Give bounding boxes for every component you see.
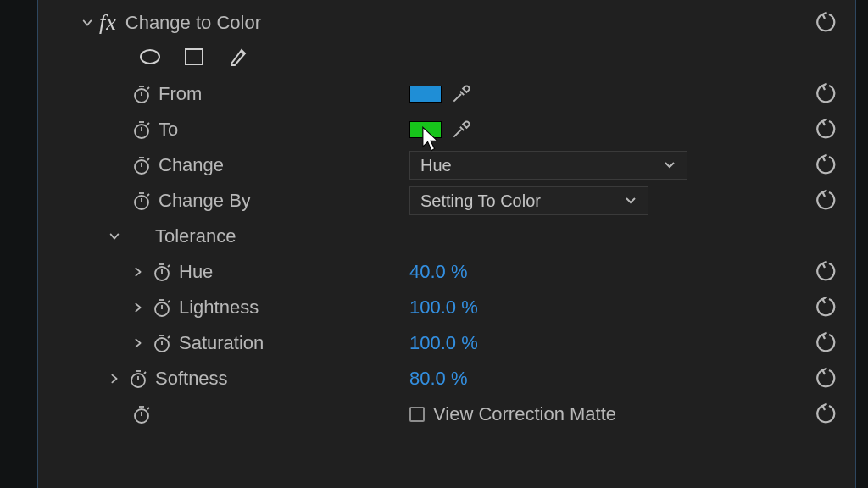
to-label: To [159,119,178,141]
saturation-value[interactable]: 100.0 % [409,332,478,354]
chevron-right-icon[interactable] [103,373,126,385]
rect-mask-icon[interactable] [182,45,206,72]
from-label: From [159,83,202,105]
lightness-label: Lightness [179,297,259,319]
hue-label: Hue [179,261,213,283]
mask-tools [38,41,855,76]
view-matte-checkbox[interactable] [409,407,425,422]
reset-icon[interactable] [815,367,843,391]
property-view-matte: View Correction Matte [38,396,855,432]
property-to: To [38,112,855,147]
eyedropper-icon[interactable] [450,119,472,141]
effect-header[interactable]: fx Change to Color [38,5,855,41]
tolerance-label: Tolerance [155,225,236,247]
effect-title: Change to Color [125,12,261,34]
change-by-dropdown-value: Setting To Color [420,191,541,211]
svg-rect-1 [186,49,203,64]
property-softness: Softness 80.0 % [38,361,855,396]
reset-icon[interactable] [815,118,843,141]
from-swatch[interactable] [409,86,442,103]
chevron-down-icon[interactable] [103,230,126,242]
chevron-right-icon[interactable] [126,337,150,349]
stopwatch-icon[interactable] [130,155,153,175]
stopwatch-icon[interactable] [130,84,153,104]
property-hue: Hue 40.0 % [38,254,855,290]
saturation-label: Saturation [179,332,264,354]
chevron-right-icon[interactable] [126,302,150,313]
lightness-value[interactable]: 100.0 % [409,297,478,319]
tolerance-group[interactable]: Tolerance [38,219,855,254]
change-by-dropdown[interactable]: Setting To Color [409,186,648,215]
stopwatch-icon[interactable] [126,369,150,389]
reset-icon[interactable] [815,189,843,213]
to-swatch[interactable] [409,121,442,138]
reset-icon[interactable] [815,153,843,177]
stopwatch-icon[interactable] [130,191,153,211]
ellipse-mask-icon[interactable] [138,45,162,72]
change-label: Change [159,154,224,176]
reset-icon[interactable] [815,82,843,106]
softness-value[interactable]: 80.0 % [409,368,468,390]
stopwatch-icon[interactable] [150,297,174,318]
property-change-by: Change By Setting To Color [38,183,855,219]
stopwatch-icon[interactable] [150,333,174,353]
property-lightness: Lightness 100.0 % [38,290,855,325]
chevron-down-icon[interactable] [75,17,99,29]
property-saturation: Saturation 100.0 % [38,325,855,361]
change-by-label: Change By [159,190,251,212]
reset-icon[interactable] [815,260,843,284]
hue-value[interactable]: 40.0 % [409,261,468,283]
property-from: From [38,76,855,112]
stopwatch-icon[interactable] [130,119,153,140]
view-matte-label: View Correction Matte [433,403,616,425]
reset-icon[interactable] [815,331,843,355]
svg-point-0 [141,50,159,64]
chevron-right-icon[interactable] [126,266,150,278]
stopwatch-icon[interactable] [130,404,153,424]
eyedropper-icon[interactable] [450,83,472,105]
property-change: Change Hue [38,147,855,183]
pen-mask-icon[interactable] [226,45,250,72]
reset-icon[interactable] [815,402,843,426]
softness-label: Softness [155,368,228,390]
reset-icon[interactable] [815,11,843,35]
reset-icon[interactable] [815,296,843,319]
change-dropdown-value: Hue [420,156,452,175]
change-dropdown[interactable]: Hue [409,151,687,180]
fx-icon: fx [99,10,117,36]
chevron-down-icon [624,191,637,211]
chevron-down-icon [663,156,676,175]
stopwatch-icon[interactable] [150,262,174,282]
